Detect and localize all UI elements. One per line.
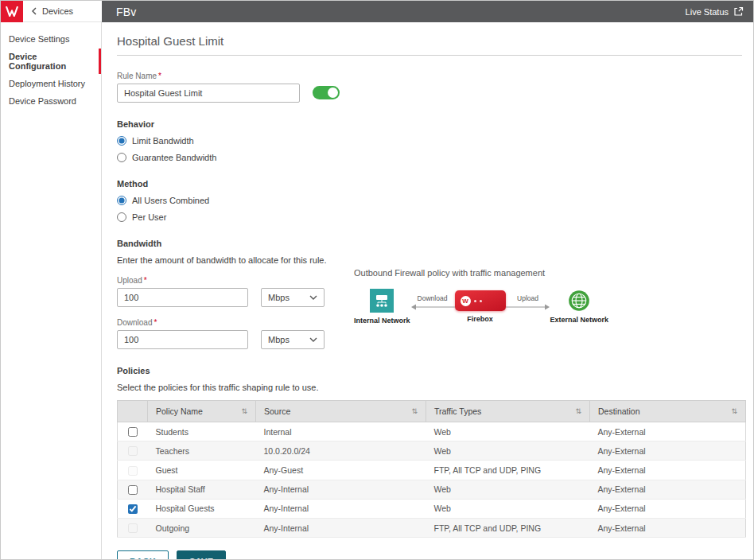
cell-policy-name: Hospital Staff bbox=[148, 480, 256, 499]
device-title: FBv bbox=[116, 6, 137, 18]
download-unit-select[interactable]: Mbps bbox=[261, 330, 325, 349]
sort-icon[interactable]: ⇅ bbox=[731, 407, 737, 415]
sidebar-item-device-configuration[interactable]: Device Configuration bbox=[1, 48, 101, 75]
radio-label: All Users Combined bbox=[132, 196, 209, 205]
chevron-down-icon bbox=[309, 295, 317, 300]
radio-all-users-combined[interactable]: All Users Combined bbox=[117, 196, 209, 205]
cell-destination: Any-External bbox=[590, 499, 746, 518]
behavior-label: Behavior bbox=[117, 119, 742, 129]
upload-unit-value: Mbps bbox=[268, 293, 290, 302]
table-row: Hospital Guests Any-Internal Web Any-Ext… bbox=[118, 499, 746, 518]
column-header-policy-name[interactable]: Policy Name⇅ bbox=[148, 401, 256, 422]
method-section: Method All Users Combined Per User bbox=[117, 179, 742, 222]
cell-traffic-types: FTP, All TCP and UDP, PING bbox=[426, 461, 590, 480]
sort-icon[interactable]: ⇅ bbox=[241, 407, 247, 415]
table-row: Hospital Staff Any-Internal Web Any-Exte… bbox=[118, 480, 746, 499]
firebox-label: Firebox bbox=[467, 315, 493, 323]
policy-checkbox[interactable] bbox=[128, 466, 138, 476]
rule-enabled-toggle[interactable] bbox=[313, 86, 340, 99]
external-network-globe-icon bbox=[568, 290, 590, 312]
row-checkbox-cell bbox=[118, 461, 148, 480]
firebox-led bbox=[480, 300, 482, 302]
policies-section: Policies Select the policies for this tr… bbox=[117, 366, 742, 538]
back-button[interactable]: BACK bbox=[117, 550, 169, 559]
policy-checkbox[interactable] bbox=[128, 427, 138, 437]
radio-input[interactable] bbox=[117, 136, 126, 146]
firebox-logo: W bbox=[461, 296, 471, 306]
policy-checkbox[interactable] bbox=[128, 485, 138, 495]
sort-icon[interactable]: ⇅ bbox=[411, 407, 418, 415]
sort-icon[interactable]: ⇅ bbox=[575, 407, 581, 415]
internal-network-label: Internal Network bbox=[354, 317, 410, 325]
table-row: Students Internal Web Any-External bbox=[118, 422, 746, 441]
sidebar-item-device-settings[interactable]: Device Settings bbox=[1, 30, 101, 48]
column-header-source[interactable]: Source⇅ bbox=[256, 401, 426, 422]
cell-destination: Any-External bbox=[590, 422, 746, 441]
required-asterisk: * bbox=[144, 276, 147, 285]
external-link-icon bbox=[733, 6, 744, 17]
table-header-row: Policy Name⇅ Source⇅ Traffic Types⇅ Dest… bbox=[118, 401, 746, 422]
download-value-input[interactable] bbox=[117, 330, 248, 349]
page-title: Hospital Guest Limit bbox=[117, 22, 742, 56]
required-asterisk: * bbox=[154, 318, 157, 327]
table-row: Teachers 10.0.20.0/24 Web Any-External bbox=[118, 441, 746, 461]
download-arrow-label: Download bbox=[415, 294, 450, 302]
table-row: Outgoing Any-Internal FTP, All TCP and U… bbox=[118, 519, 746, 538]
cell-source: Any-Guest bbox=[256, 461, 426, 480]
policy-checkbox[interactable] bbox=[128, 523, 138, 533]
external-network-node: External Network bbox=[550, 290, 609, 324]
upload-label: Upload bbox=[117, 276, 142, 285]
upload-arrow-label: Upload bbox=[515, 294, 541, 302]
cell-source: Internal bbox=[256, 422, 426, 441]
sidebar-item-deployment-history[interactable]: Deployment History bbox=[1, 75, 101, 92]
column-header-destination[interactable]: Destination⇅ bbox=[590, 401, 746, 422]
cell-traffic-types: Web bbox=[426, 480, 590, 499]
upload-value-input[interactable] bbox=[117, 288, 248, 307]
header-checkbox-column bbox=[118, 401, 148, 422]
cell-traffic-types: Web bbox=[426, 441, 590, 461]
chevron-down-icon bbox=[309, 337, 317, 342]
column-header-traffic-types[interactable]: Traffic Types⇅ bbox=[426, 401, 590, 422]
arrow-right-icon bbox=[506, 303, 550, 311]
upload-unit-select[interactable]: Mbps bbox=[261, 288, 325, 307]
external-network-label: External Network bbox=[550, 316, 609, 324]
firebox-node: W Firebox bbox=[455, 290, 506, 323]
radio-label: Limit Bandwidth bbox=[132, 136, 194, 146]
radio-label: Per User bbox=[132, 212, 166, 222]
diagram-caption: Outbound Firewall policy with traffic ma… bbox=[354, 268, 608, 278]
chevron-left-icon bbox=[31, 7, 37, 15]
app-window: Devices FBv Live Status Device Settings … bbox=[0, 0, 754, 560]
rule-name-label: Rule Name* bbox=[117, 72, 742, 80]
radio-guarantee-bandwidth[interactable]: Guarantee Bandwidth bbox=[117, 153, 216, 162]
policies-table: Policy Name⇅ Source⇅ Traffic Types⇅ Dest… bbox=[117, 400, 746, 538]
traffic-diagram: Outbound Firewall policy with traffic ma… bbox=[354, 268, 608, 325]
radio-limit-bandwidth[interactable]: Limit Bandwidth bbox=[117, 136, 194, 146]
radio-input[interactable] bbox=[117, 212, 126, 222]
rule-name-block: Rule Name* bbox=[117, 72, 742, 103]
cell-source: Any-Internal bbox=[256, 499, 426, 518]
cell-policy-name: Teachers bbox=[148, 441, 256, 461]
sidebar-item-device-password[interactable]: Device Password bbox=[1, 92, 101, 110]
save-button[interactable]: SAVE bbox=[177, 550, 226, 559]
upload-arrow: Upload bbox=[506, 297, 550, 317]
radio-input[interactable] bbox=[117, 196, 126, 205]
watchguard-logo[interactable] bbox=[1, 1, 23, 22]
top-bar: Devices FBv Live Status bbox=[1, 1, 753, 22]
method-label: Method bbox=[117, 179, 742, 189]
breadcrumb-label: Devices bbox=[42, 6, 73, 16]
policy-checkbox[interactable] bbox=[128, 446, 138, 456]
rule-name-input[interactable] bbox=[117, 84, 300, 103]
radio-input[interactable] bbox=[117, 153, 126, 162]
cell-policy-name: Outgoing bbox=[148, 519, 256, 538]
policy-checkbox[interactable] bbox=[128, 504, 138, 514]
download-unit-value: Mbps bbox=[268, 335, 290, 344]
firebox-led bbox=[474, 300, 476, 302]
download-arrow: Download bbox=[410, 297, 455, 317]
breadcrumb-devices[interactable]: Devices bbox=[23, 1, 102, 22]
table-row: Guest Any-Guest FTP, All TCP and UDP, PI… bbox=[118, 461, 746, 480]
title-bar: FBv Live Status bbox=[102, 1, 753, 22]
cell-traffic-types: Web bbox=[426, 499, 590, 518]
radio-per-user[interactable]: Per User bbox=[117, 212, 166, 222]
sidebar-item-label: Deployment History bbox=[9, 79, 85, 88]
live-status-link[interactable]: Live Status bbox=[686, 6, 744, 17]
